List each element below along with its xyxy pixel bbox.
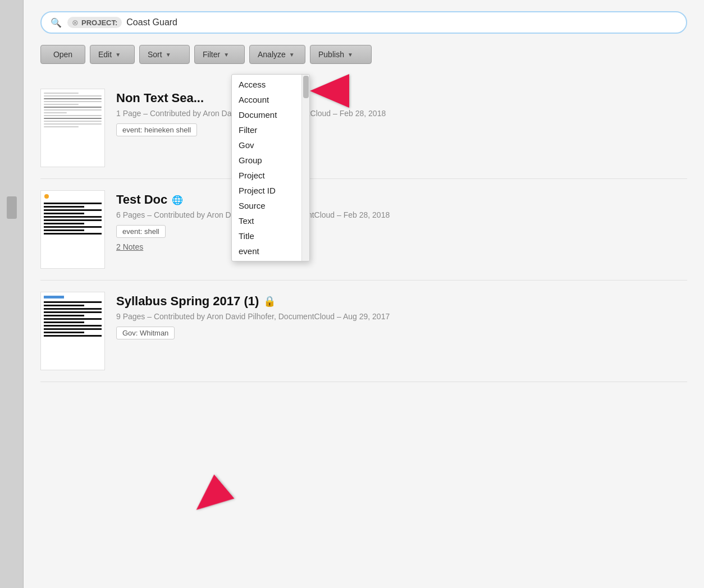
doc-thumbnail-3[interactable] [40,292,105,370]
notes-link[interactable]: 2 Notes [116,242,687,251]
document-item-1: Non Text Sea... 1 Page – Contributed by … [40,77,687,179]
doc-dot-indicator [44,194,49,199]
doc-thumbnail-2[interactable] [40,190,105,269]
dropdown-item-title[interactable]: Title [232,228,309,244]
edit-button[interactable]: Edit ▼ [90,45,135,64]
close-icon[interactable]: ⊗ [72,18,79,27]
dropdown-list: Access Account Document Filter Gov Group… [231,74,310,261]
doc-title-1[interactable]: Non Text Sea... [116,91,687,105]
doc-meta-3: 9 Pages – Contributed by Aron David Pilh… [116,312,687,321]
doc-thumbnail-1[interactable] [40,89,105,167]
sidebar-handle[interactable] [7,196,17,219]
dropdown-item-projectid[interactable]: Project ID [232,183,309,198]
sort-button[interactable]: Sort ▼ [139,45,190,64]
project-label: PROJECT: [81,19,117,27]
dropdown-item-group[interactable]: Group [232,153,309,168]
sidebar [0,0,24,588]
dropdown-item-text[interactable]: Text [232,213,309,228]
globe-icon: 🌐 [172,195,183,205]
dropdown-item-document[interactable]: Document [232,107,309,122]
scrollbar-thumb[interactable] [303,76,309,98]
publish-dropdown-arrow: ▼ [348,52,353,58]
toolbar: Open Edit ▼ Sort ▼ Filter ▼ Analyze ▼ Pu… [40,45,687,64]
doc-meta-2: 6 Pages – Contributed by Aron David Pilh… [116,210,687,219]
search-input[interactable] [126,17,677,27]
dropdown-scrollbar[interactable] [301,75,309,261]
doc-info-3: Syllabus Spring 2017 (1) 🔒 9 Pages – Con… [116,292,687,339]
dropdown-item-access[interactable]: Access [232,77,309,92]
doc-meta-1: 1 Page – Contributed by Aron David Pilho… [116,109,687,118]
publish-button[interactable]: Publish ▼ [310,45,372,64]
dropdown-item-source[interactable]: Source [232,198,309,213]
dropdown-item-account[interactable]: Account [232,92,309,107]
document-item-3: Syllabus Spring 2017 (1) 🔒 9 Pages – Con… [40,281,687,382]
analyze-button[interactable]: Analyze ▼ [249,45,305,64]
doc-tag-1[interactable]: event: heineken shell [116,123,197,136]
document-item-2: Test Doc 🌐 6 Pages – Contributed by Aron… [40,179,687,281]
doc-title-2[interactable]: Test Doc 🌐 [116,192,687,207]
filter-label: Filter [203,50,220,59]
sort-dropdown-menu: Access Account Document Filter Gov Group… [231,74,310,261]
filter-dropdown-arrow: ▼ [223,52,229,58]
doc-info-2: Test Doc 🌐 6 Pages – Contributed by Aron… [116,190,687,251]
analyze-dropdown-arrow: ▼ [289,52,295,58]
project-tag: ⊗ PROJECT: [67,17,122,28]
doc-tag-3[interactable]: Gov: Whitman [116,327,175,339]
dropdown-item-event[interactable]: event [232,244,309,259]
document-list: Non Text Sea... 1 Page – Contributed by … [40,77,687,382]
dropdown-item-gov[interactable]: Gov [232,137,309,153]
dropdown-item-filter[interactable]: Filter [232,122,309,137]
main-content: 🔍 ⊗ PROJECT: Open Edit ▼ Sort ▼ Filter ▼ [24,0,704,588]
sort-dropdown-arrow: ▼ [166,52,171,58]
open-button[interactable]: Open [40,45,85,64]
doc-info-1: Non Text Sea... 1 Page – Contributed by … [116,89,687,136]
doc-title-3[interactable]: Syllabus Spring 2017 (1) 🔒 [116,294,687,309]
lock-icon: 🔒 [263,295,276,307]
search-bar[interactable]: 🔍 ⊗ PROJECT: [40,11,687,34]
filter-button[interactable]: Filter ▼ [194,45,245,64]
doc-tag-2[interactable]: event: shell [116,225,166,238]
edit-dropdown-arrow: ▼ [115,52,121,58]
dropdown-item-project[interactable]: Project [232,168,309,183]
search-icon: 🔍 [51,17,62,28]
